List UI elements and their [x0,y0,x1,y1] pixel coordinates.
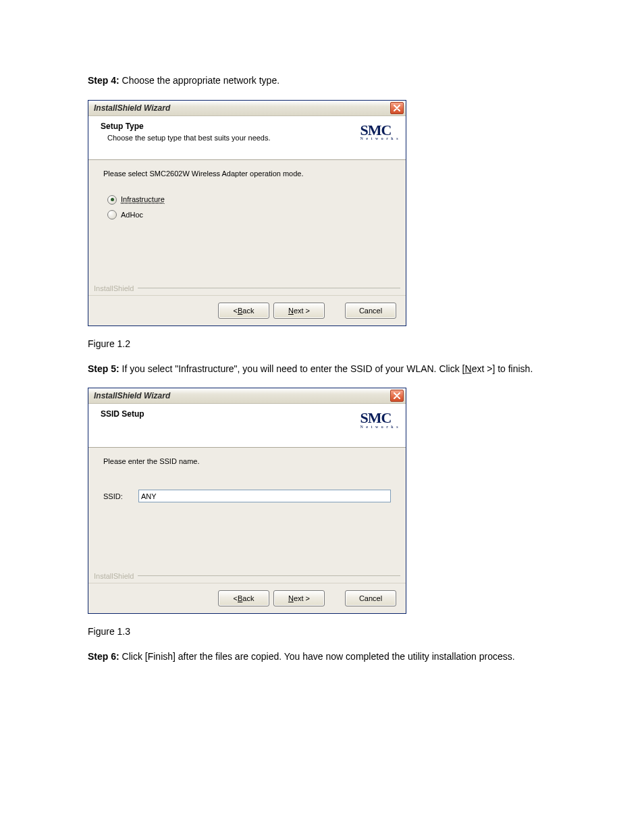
watermark-text: InstallShield [94,572,134,580]
installshield-watermark: InstallShield [94,284,400,292]
radio-infrastructure[interactable] [107,195,117,205]
next-button[interactable]: Next > [273,303,325,319]
smc-logo: SMC N e t w o r k s [360,412,399,428]
close-button[interactable] [390,390,404,402]
prompt-text: Please select SMC2602W Wireless Adapter … [103,170,391,178]
header-subtitle: Choose the setup type that best suits yo… [101,134,360,142]
installshield-watermark: InstallShield [94,572,400,580]
radio-adhoc-label[interactable]: AdHoc [121,211,143,219]
divider-line [138,288,400,289]
step5-next-rest: ext >] to finish. [472,363,533,374]
logo-sub: N e t w o r k s [360,425,399,429]
setup-type-dialog: InstallShield Wizard Setup Type Choose t… [88,100,406,326]
cancel-button[interactable]: Cancel [345,590,396,606]
next-rest: ext > [294,594,310,602]
logo-main: SMC [360,122,391,138]
radio-adhoc[interactable] [107,210,117,219]
button-panel: < Back Next > Cancel [88,295,406,325]
window-title: InstallShield Wizard [94,391,390,400]
close-icon [394,392,400,399]
logo-sub: N e t w o r k s [360,137,399,140]
back-underline: B [238,307,242,315]
next-rest: ext > [294,307,310,315]
step5-label: Step 5: [88,363,119,374]
next-underline: N [288,594,294,602]
step6-body: Click [Finish] after the files are copie… [119,651,515,662]
ssid-input[interactable] [138,490,391,502]
ssid-row: SSID: [103,490,391,502]
next-button[interactable]: Next > [273,590,325,606]
watermark-text: InstallShield [94,284,134,292]
step4-text: Step 4: Choose the appropriate network t… [88,74,556,88]
divider-line [138,575,400,577]
window-title: InstallShield Wizard [94,103,390,113]
header-title: Setup Type [101,122,360,131]
radio-infrastructure-label[interactable]: Infrastructure [121,195,165,204]
step4-label: Step 4: [88,75,119,86]
next-underline: N [288,307,294,315]
logo-main: SMC [360,409,391,426]
radio-adhoc-row[interactable]: AdHoc [107,210,391,219]
back-button[interactable]: < Back [218,590,269,606]
back-underline: B [238,594,242,602]
header-title: SSID Setup [101,409,360,419]
step6-text: Step 6: Click [Finish] after the files a… [88,650,556,664]
body-panel: Please enter the SSID name. SSID: Instal… [88,448,406,583]
step5-text: Step 5: If you select "Infrastructure", … [88,363,556,376]
step5-body-a: If you select "Infrastructure", you will… [119,363,465,374]
figure-1-2-caption: Figure 1.2 [88,338,556,349]
close-button[interactable] [390,102,404,114]
button-panel: < Back Next > Cancel [88,583,406,613]
step4-body: Choose the appropriate network type. [119,75,279,86]
titlebar: InstallShield Wizard [88,388,406,404]
body-panel: Please select SMC2602W Wireless Adapter … [88,160,406,295]
cancel-label: Cancel [359,307,382,315]
radio-infrastructure-row[interactable]: Infrastructure [107,195,391,205]
figure-1-3-caption: Figure 1.3 [88,626,556,637]
ssid-label: SSID: [103,492,138,500]
header-panel: SSID Setup SMC N e t w o r k s [88,404,406,448]
cancel-label: Cancel [359,594,382,602]
step5-next-u: N [465,363,472,374]
back-rest: ack [242,307,254,315]
step6-label: Step 6: [88,651,119,662]
prompt-text: Please enter the SSID name. [103,457,391,465]
titlebar: InstallShield Wizard [88,101,406,116]
back-rest: ack [242,594,254,602]
header-panel: Setup Type Choose the setup type that be… [88,116,406,160]
back-button[interactable]: < Back [218,303,269,319]
ssid-setup-dialog: InstallShield Wizard SSID Setup SMC N e … [88,388,406,614]
smc-logo: SMC N e t w o r k s [360,124,399,140]
close-icon [394,105,400,111]
cancel-button[interactable]: Cancel [345,303,396,319]
